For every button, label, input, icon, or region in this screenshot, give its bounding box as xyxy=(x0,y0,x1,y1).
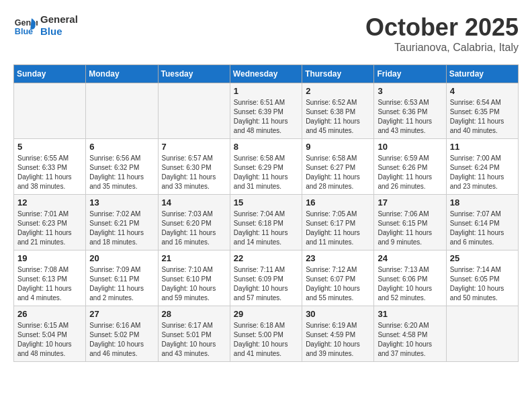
day-info: Sunrise: 7:01 AM Sunset: 6:23 PM Dayligh… xyxy=(17,210,83,247)
calendar-cell: 13Sunrise: 7:02 AM Sunset: 6:21 PM Dayli… xyxy=(86,195,158,250)
calendar-table: SundayMondayTuesdayWednesdayThursdayFrid… xyxy=(13,64,519,362)
day-number: 30 xyxy=(306,309,371,319)
week-row-1: 1Sunrise: 6:51 AM Sunset: 6:39 PM Daylig… xyxy=(14,83,519,139)
calendar-cell xyxy=(158,83,230,139)
day-number: 16 xyxy=(306,197,371,208)
month-title: October 2025 xyxy=(365,13,519,42)
calendar-cell: 25Sunrise: 7:14 AM Sunset: 6:05 PM Dayli… xyxy=(446,250,518,306)
calendar-cell: 15Sunrise: 7:04 AM Sunset: 6:18 PM Dayli… xyxy=(230,195,302,250)
day-info: Sunrise: 7:04 AM Sunset: 6:18 PM Dayligh… xyxy=(234,210,299,247)
logo-icon: General Blue xyxy=(13,13,38,38)
day-info: Sunrise: 6:53 AM Sunset: 6:36 PM Dayligh… xyxy=(378,98,443,136)
weekday-header-wednesday: Wednesday xyxy=(230,65,302,83)
calendar-cell: 9Sunrise: 6:58 AM Sunset: 6:27 PM Daylig… xyxy=(302,139,374,195)
day-info: Sunrise: 6:19 AM Sunset: 4:59 PM Dayligh… xyxy=(306,321,371,359)
calendar-cell: 26Sunrise: 6:15 AM Sunset: 5:04 PM Dayli… xyxy=(14,306,86,362)
day-number: 4 xyxy=(450,86,515,96)
day-info: Sunrise: 7:03 AM Sunset: 6:20 PM Dayligh… xyxy=(162,210,227,247)
logo: General Blue General Blue xyxy=(13,13,78,38)
calendar-cell: 10Sunrise: 6:59 AM Sunset: 6:26 PM Dayli… xyxy=(374,139,446,195)
day-info: Sunrise: 6:59 AM Sunset: 6:26 PM Dayligh… xyxy=(378,154,443,191)
calendar-cell: 18Sunrise: 7:07 AM Sunset: 6:14 PM Dayli… xyxy=(446,195,518,250)
day-number: 7 xyxy=(162,142,227,152)
day-number: 23 xyxy=(306,253,371,263)
calendar-cell: 2Sunrise: 6:52 AM Sunset: 6:38 PM Daylig… xyxy=(302,83,374,139)
calendar-cell: 16Sunrise: 7:05 AM Sunset: 6:17 PM Dayli… xyxy=(302,195,374,250)
day-info: Sunrise: 6:54 AM Sunset: 6:35 PM Dayligh… xyxy=(450,98,515,136)
day-info: Sunrise: 6:56 AM Sunset: 6:32 PM Dayligh… xyxy=(89,154,154,191)
calendar-cell: 12Sunrise: 7:01 AM Sunset: 6:23 PM Dayli… xyxy=(14,195,86,250)
day-info: Sunrise: 6:52 AM Sunset: 6:38 PM Dayligh… xyxy=(306,98,371,136)
weekday-header-saturday: Saturday xyxy=(446,65,518,83)
day-info: Sunrise: 7:05 AM Sunset: 6:17 PM Dayligh… xyxy=(306,210,371,247)
calendar-cell: 8Sunrise: 6:58 AM Sunset: 6:29 PM Daylig… xyxy=(230,139,302,195)
day-number: 11 xyxy=(450,142,515,152)
calendar-cell: 22Sunrise: 7:11 AM Sunset: 6:09 PM Dayli… xyxy=(230,250,302,306)
weekday-header-sunday: Sunday xyxy=(14,65,86,83)
calendar-cell: 4Sunrise: 6:54 AM Sunset: 6:35 PM Daylig… xyxy=(446,83,518,139)
day-number: 31 xyxy=(378,309,443,319)
calendar-cell: 23Sunrise: 7:12 AM Sunset: 6:07 PM Dayli… xyxy=(302,250,374,306)
day-info: Sunrise: 7:06 AM Sunset: 6:15 PM Dayligh… xyxy=(378,210,443,247)
weekday-header-tuesday: Tuesday xyxy=(158,65,230,83)
day-info: Sunrise: 6:20 AM Sunset: 4:58 PM Dayligh… xyxy=(378,321,443,359)
day-info: Sunrise: 6:51 AM Sunset: 6:39 PM Dayligh… xyxy=(234,98,299,136)
page-header: General Blue General Blue October 2025 T… xyxy=(13,13,519,54)
day-info: Sunrise: 6:58 AM Sunset: 6:29 PM Dayligh… xyxy=(234,154,299,191)
calendar-cell: 1Sunrise: 6:51 AM Sunset: 6:39 PM Daylig… xyxy=(230,83,302,139)
day-number: 9 xyxy=(306,142,371,152)
day-info: Sunrise: 6:16 AM Sunset: 5:02 PM Dayligh… xyxy=(89,321,154,359)
calendar-cell: 3Sunrise: 6:53 AM Sunset: 6:36 PM Daylig… xyxy=(374,83,446,139)
day-number: 3 xyxy=(378,86,443,96)
day-number: 29 xyxy=(234,309,299,319)
day-info: Sunrise: 7:07 AM Sunset: 6:14 PM Dayligh… xyxy=(450,210,515,247)
weekday-header-row: SundayMondayTuesdayWednesdayThursdayFrid… xyxy=(14,65,519,83)
day-number: 15 xyxy=(234,197,299,208)
calendar-cell: 24Sunrise: 7:13 AM Sunset: 6:06 PM Dayli… xyxy=(374,250,446,306)
day-number: 26 xyxy=(17,309,83,319)
calendar-cell: 20Sunrise: 7:09 AM Sunset: 6:11 PM Dayli… xyxy=(86,250,158,306)
day-info: Sunrise: 6:57 AM Sunset: 6:30 PM Dayligh… xyxy=(162,154,227,191)
day-number: 6 xyxy=(89,142,154,152)
day-info: Sunrise: 7:09 AM Sunset: 6:11 PM Dayligh… xyxy=(89,265,154,303)
svg-text:Blue: Blue xyxy=(15,27,33,36)
day-number: 12 xyxy=(17,197,83,208)
day-number: 5 xyxy=(17,142,83,152)
day-info: Sunrise: 7:00 AM Sunset: 6:24 PM Dayligh… xyxy=(450,154,515,191)
day-info: Sunrise: 6:18 AM Sunset: 5:00 PM Dayligh… xyxy=(234,321,299,359)
calendar-cell: 30Sunrise: 6:19 AM Sunset: 4:59 PM Dayli… xyxy=(302,306,374,362)
day-number: 17 xyxy=(378,197,443,208)
calendar-cell xyxy=(86,83,158,139)
day-number: 21 xyxy=(162,253,227,263)
weekday-header-thursday: Thursday xyxy=(302,65,374,83)
day-number: 25 xyxy=(450,253,515,263)
day-number: 13 xyxy=(89,197,154,208)
calendar-cell: 27Sunrise: 6:16 AM Sunset: 5:02 PM Dayli… xyxy=(86,306,158,362)
day-info: Sunrise: 7:08 AM Sunset: 6:13 PM Dayligh… xyxy=(17,265,83,303)
calendar-cell: 28Sunrise: 6:17 AM Sunset: 5:01 PM Dayli… xyxy=(158,306,230,362)
calendar-cell: 6Sunrise: 6:56 AM Sunset: 6:32 PM Daylig… xyxy=(86,139,158,195)
day-number: 20 xyxy=(89,253,154,263)
day-number: 19 xyxy=(17,253,83,263)
day-info: Sunrise: 7:14 AM Sunset: 6:05 PM Dayligh… xyxy=(450,265,515,303)
weekday-header-monday: Monday xyxy=(86,65,158,83)
calendar-cell: 29Sunrise: 6:18 AM Sunset: 5:00 PM Dayli… xyxy=(230,306,302,362)
day-number: 24 xyxy=(378,253,443,263)
day-number: 27 xyxy=(89,309,154,319)
day-number: 22 xyxy=(234,253,299,263)
calendar-cell xyxy=(14,83,86,139)
day-info: Sunrise: 6:55 AM Sunset: 6:33 PM Dayligh… xyxy=(17,154,83,191)
logo-line2: Blue xyxy=(40,26,78,38)
title-block: October 2025 Taurianova, Calabria, Italy xyxy=(365,13,519,54)
week-row-3: 12Sunrise: 7:01 AM Sunset: 6:23 PM Dayli… xyxy=(14,195,519,250)
calendar-cell: 14Sunrise: 7:03 AM Sunset: 6:20 PM Dayli… xyxy=(158,195,230,250)
day-info: Sunrise: 6:17 AM Sunset: 5:01 PM Dayligh… xyxy=(162,321,227,359)
week-row-4: 19Sunrise: 7:08 AM Sunset: 6:13 PM Dayli… xyxy=(14,250,519,306)
day-info: Sunrise: 7:02 AM Sunset: 6:21 PM Dayligh… xyxy=(89,210,154,247)
day-number: 10 xyxy=(378,142,443,152)
weekday-header-friday: Friday xyxy=(374,65,446,83)
day-number: 2 xyxy=(306,86,371,96)
calendar-cell: 21Sunrise: 7:10 AM Sunset: 6:10 PM Dayli… xyxy=(158,250,230,306)
day-info: Sunrise: 7:12 AM Sunset: 6:07 PM Dayligh… xyxy=(306,265,371,303)
day-info: Sunrise: 7:10 AM Sunset: 6:10 PM Dayligh… xyxy=(162,265,227,303)
